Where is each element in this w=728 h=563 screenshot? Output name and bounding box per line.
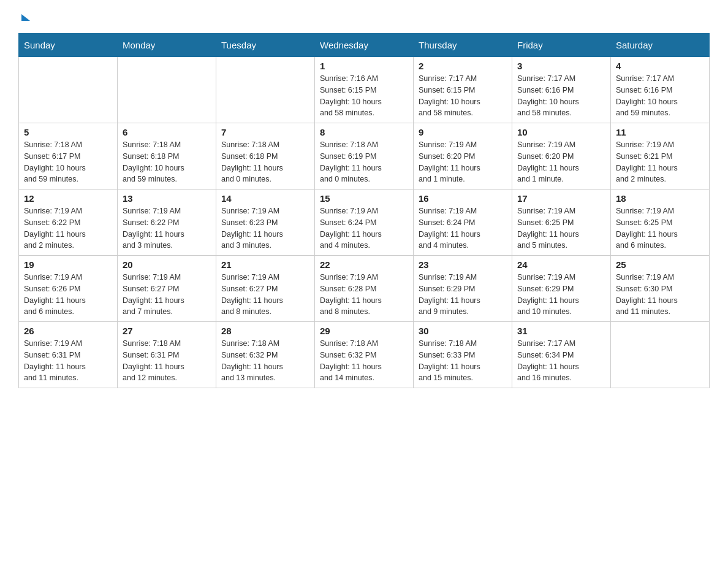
- calendar-cell: 18Sunrise: 7:19 AM Sunset: 6:25 PM Dayli…: [611, 190, 710, 256]
- day-number: 13: [123, 193, 211, 204]
- day-number: 21: [221, 259, 309, 270]
- day-number: 5: [24, 127, 112, 137]
- day-number: 14: [221, 193, 309, 204]
- calendar-cell: 9Sunrise: 7:19 AM Sunset: 6:20 PM Daylig…: [414, 123, 512, 190]
- calendar-cell: 27Sunrise: 7:18 AM Sunset: 6:31 PM Dayli…: [118, 322, 216, 388]
- calendar-week-row: 5Sunrise: 7:18 AM Sunset: 6:17 PM Daylig…: [19, 123, 710, 190]
- day-number: 4: [616, 61, 704, 71]
- day-info: Sunrise: 7:17 AM Sunset: 6:34 PM Dayligh…: [517, 338, 605, 384]
- logo-arrow-icon: [21, 14, 30, 21]
- day-number: 26: [24, 326, 112, 336]
- day-number: 23: [419, 259, 507, 270]
- calendar-cell: [216, 57, 315, 123]
- day-number: 12: [24, 193, 112, 204]
- day-number: 24: [517, 259, 605, 270]
- day-number: 6: [123, 127, 211, 137]
- day-number: 27: [123, 326, 211, 336]
- day-info: Sunrise: 7:18 AM Sunset: 6:32 PM Dayligh…: [221, 338, 309, 384]
- day-info: Sunrise: 7:18 AM Sunset: 6:33 PM Dayligh…: [419, 338, 507, 384]
- calendar-day-header: Friday: [512, 34, 611, 57]
- day-number: 18: [616, 193, 704, 204]
- day-info: Sunrise: 7:19 AM Sunset: 6:29 PM Dayligh…: [517, 272, 605, 318]
- calendar-day-header: Wednesday: [315, 34, 414, 57]
- day-number: 15: [320, 193, 408, 204]
- calendar-cell: 14Sunrise: 7:19 AM Sunset: 6:23 PM Dayli…: [216, 190, 315, 256]
- day-number: 9: [419, 127, 507, 137]
- calendar-cell: 20Sunrise: 7:19 AM Sunset: 6:27 PM Dayli…: [118, 256, 216, 322]
- day-info: Sunrise: 7:19 AM Sunset: 6:31 PM Dayligh…: [24, 338, 112, 384]
- calendar-cell: 17Sunrise: 7:19 AM Sunset: 6:25 PM Dayli…: [512, 190, 611, 256]
- day-info: Sunrise: 7:19 AM Sunset: 6:24 PM Dayligh…: [320, 205, 408, 251]
- day-info: Sunrise: 7:19 AM Sunset: 6:26 PM Dayligh…: [24, 272, 112, 318]
- day-number: 7: [221, 127, 309, 137]
- calendar-cell: 26Sunrise: 7:19 AM Sunset: 6:31 PM Dayli…: [19, 322, 118, 388]
- day-number: 25: [616, 259, 704, 270]
- day-number: 1: [320, 61, 408, 71]
- day-info: Sunrise: 7:19 AM Sunset: 6:20 PM Dayligh…: [517, 139, 605, 185]
- calendar-cell: 1Sunrise: 7:16 AM Sunset: 6:15 PM Daylig…: [315, 57, 414, 123]
- calendar-cell: 3Sunrise: 7:17 AM Sunset: 6:16 PM Daylig…: [512, 57, 611, 123]
- day-info: Sunrise: 7:19 AM Sunset: 6:23 PM Dayligh…: [221, 205, 309, 251]
- day-number: 10: [517, 127, 605, 137]
- day-info: Sunrise: 7:18 AM Sunset: 6:18 PM Dayligh…: [221, 139, 309, 185]
- calendar-cell: 7Sunrise: 7:18 AM Sunset: 6:18 PM Daylig…: [216, 123, 315, 190]
- calendar-cell: 6Sunrise: 7:18 AM Sunset: 6:18 PM Daylig…: [118, 123, 216, 190]
- day-info: Sunrise: 7:18 AM Sunset: 6:32 PM Dayligh…: [320, 338, 408, 384]
- day-info: Sunrise: 7:17 AM Sunset: 6:16 PM Dayligh…: [517, 73, 605, 119]
- calendar-cell: 15Sunrise: 7:19 AM Sunset: 6:24 PM Dayli…: [315, 190, 414, 256]
- calendar-week-row: 26Sunrise: 7:19 AM Sunset: 6:31 PM Dayli…: [19, 322, 710, 388]
- day-number: 20: [123, 259, 211, 270]
- day-info: Sunrise: 7:19 AM Sunset: 6:24 PM Dayligh…: [419, 205, 507, 251]
- calendar-table: SundayMondayTuesdayWednesdayThursdayFrid…: [18, 33, 710, 388]
- day-info: Sunrise: 7:18 AM Sunset: 6:19 PM Dayligh…: [320, 139, 408, 185]
- calendar-header-row: SundayMondayTuesdayWednesdayThursdayFrid…: [19, 34, 710, 57]
- calendar-cell: 2Sunrise: 7:17 AM Sunset: 6:15 PM Daylig…: [414, 57, 512, 123]
- day-info: Sunrise: 7:18 AM Sunset: 6:17 PM Dayligh…: [24, 139, 112, 185]
- calendar-day-header: Saturday: [611, 34, 710, 57]
- calendar-day-header: Tuesday: [216, 34, 315, 57]
- calendar-cell: 28Sunrise: 7:18 AM Sunset: 6:32 PM Dayli…: [216, 322, 315, 388]
- day-info: Sunrise: 7:16 AM Sunset: 6:15 PM Dayligh…: [320, 73, 408, 119]
- calendar-cell: 8Sunrise: 7:18 AM Sunset: 6:19 PM Daylig…: [315, 123, 414, 190]
- day-number: 3: [517, 61, 605, 71]
- day-info: Sunrise: 7:19 AM Sunset: 6:25 PM Dayligh…: [517, 205, 605, 251]
- day-number: 31: [517, 326, 605, 336]
- day-number: 17: [517, 193, 605, 204]
- day-info: Sunrise: 7:19 AM Sunset: 6:29 PM Dayligh…: [419, 272, 507, 318]
- calendar-cell: 13Sunrise: 7:19 AM Sunset: 6:22 PM Dayli…: [118, 190, 216, 256]
- calendar-week-row: 19Sunrise: 7:19 AM Sunset: 6:26 PM Dayli…: [19, 256, 710, 322]
- day-info: Sunrise: 7:19 AM Sunset: 6:27 PM Dayligh…: [123, 272, 211, 318]
- day-number: 22: [320, 259, 408, 270]
- calendar-cell: 10Sunrise: 7:19 AM Sunset: 6:20 PM Dayli…: [512, 123, 611, 190]
- calendar-day-header: Thursday: [414, 34, 512, 57]
- day-info: Sunrise: 7:19 AM Sunset: 6:21 PM Dayligh…: [616, 139, 704, 185]
- logo: [18, 12, 30, 21]
- day-info: Sunrise: 7:19 AM Sunset: 6:28 PM Dayligh…: [320, 272, 408, 318]
- day-info: Sunrise: 7:19 AM Sunset: 6:27 PM Dayligh…: [221, 272, 309, 318]
- day-number: 8: [320, 127, 408, 137]
- day-info: Sunrise: 7:19 AM Sunset: 6:30 PM Dayligh…: [616, 272, 704, 318]
- calendar-cell: [611, 322, 710, 388]
- calendar-week-row: 12Sunrise: 7:19 AM Sunset: 6:22 PM Dayli…: [19, 190, 710, 256]
- calendar-week-row: 1Sunrise: 7:16 AM Sunset: 6:15 PM Daylig…: [19, 57, 710, 123]
- calendar-cell: [19, 57, 118, 123]
- calendar-cell: 25Sunrise: 7:19 AM Sunset: 6:30 PM Dayli…: [611, 256, 710, 322]
- day-info: Sunrise: 7:19 AM Sunset: 6:20 PM Dayligh…: [419, 139, 507, 185]
- day-info: Sunrise: 7:17 AM Sunset: 6:16 PM Dayligh…: [616, 73, 704, 119]
- calendar-cell: 23Sunrise: 7:19 AM Sunset: 6:29 PM Dayli…: [414, 256, 512, 322]
- day-info: Sunrise: 7:19 AM Sunset: 6:22 PM Dayligh…: [24, 205, 112, 251]
- calendar-cell: [118, 57, 216, 123]
- day-info: Sunrise: 7:18 AM Sunset: 6:18 PM Dayligh…: [123, 139, 211, 185]
- calendar-cell: 22Sunrise: 7:19 AM Sunset: 6:28 PM Dayli…: [315, 256, 414, 322]
- day-info: Sunrise: 7:18 AM Sunset: 6:31 PM Dayligh…: [123, 338, 211, 384]
- calendar-cell: 12Sunrise: 7:19 AM Sunset: 6:22 PM Dayli…: [19, 190, 118, 256]
- day-info: Sunrise: 7:19 AM Sunset: 6:25 PM Dayligh…: [616, 205, 704, 251]
- day-number: 30: [419, 326, 507, 336]
- calendar-cell: 16Sunrise: 7:19 AM Sunset: 6:24 PM Dayli…: [414, 190, 512, 256]
- day-info: Sunrise: 7:17 AM Sunset: 6:15 PM Dayligh…: [419, 73, 507, 119]
- day-number: 2: [419, 61, 507, 71]
- day-info: Sunrise: 7:19 AM Sunset: 6:22 PM Dayligh…: [123, 205, 211, 251]
- page-header: [18, 12, 710, 21]
- calendar-cell: 4Sunrise: 7:17 AM Sunset: 6:16 PM Daylig…: [611, 57, 710, 123]
- day-number: 16: [419, 193, 507, 204]
